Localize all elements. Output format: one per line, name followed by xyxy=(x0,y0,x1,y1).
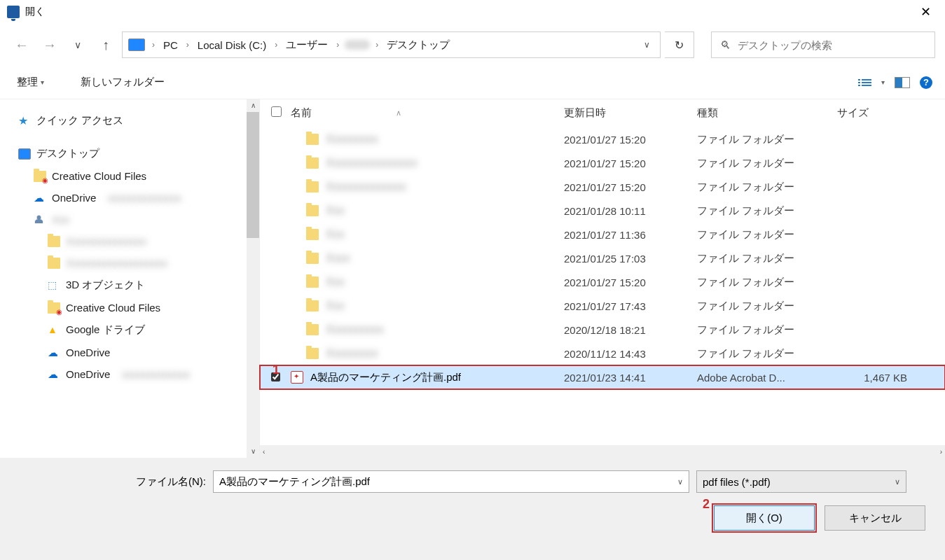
col-date[interactable]: 更新日時 xyxy=(564,106,697,120)
tree-onedrive-2[interactable]: ☁OneDrive xyxy=(0,342,259,363)
cancel-button[interactable]: キャンセル xyxy=(825,505,925,531)
close-icon[interactable]: ✕ xyxy=(913,1,938,22)
tree-desktop[interactable]: デスクトップ xyxy=(0,142,259,165)
file-row[interactable]: Xxxxxxxxxxxxxx2021/01/27 15:20ファイル フォルダー xyxy=(260,175,945,199)
recent-dropdown[interactable]: ∨ xyxy=(66,33,90,57)
file-row[interactable]: Xxxxxxxxx2020/11/12 14:43ファイル フォルダー xyxy=(260,342,945,365)
col-size[interactable]: サイズ xyxy=(837,106,907,120)
organize-menu[interactable]: 整理▾ xyxy=(13,73,48,92)
annotation-1: 1 xyxy=(273,363,280,377)
h-scrollbar[interactable]: ‹› xyxy=(260,445,945,458)
address-bar[interactable]: › PC › Local Disk (C:) › ユーザー › › デスクトップ… xyxy=(122,31,661,58)
nav-scrollbar[interactable]: ∧∨ xyxy=(247,99,259,458)
crumb-users[interactable]: ユーザー xyxy=(283,37,331,53)
pc-icon xyxy=(128,38,145,51)
tree-3d-objects[interactable]: ⬚3D オブジェクト xyxy=(0,274,259,297)
main-area: ★クイック アクセス デスクトップ Creative Cloud Files ☁… xyxy=(0,99,945,458)
file-row-selected[interactable]: A製品のマーケティング計画.pdf 2021/01/23 14:41 Adobe… xyxy=(260,365,945,389)
file-row[interactable]: Xxxxxxxxx2021/01/27 15:20ファイル フォルダー xyxy=(260,127,945,151)
tree-gdrive[interactable]: ▲Google ドライブ xyxy=(0,318,259,342)
tree-cc-files-2[interactable]: Creative Cloud Files xyxy=(0,297,259,318)
search-box[interactable]: 🔍︎ xyxy=(711,31,935,58)
navigation-pane: ★クイック アクセス デスクトップ Creative Cloud Files ☁… xyxy=(0,99,259,458)
filename-label: ファイル名(N): xyxy=(136,475,206,489)
file-row[interactable]: Xxx2021/01/27 11:36ファイル フォルダー xyxy=(260,223,945,246)
view-menu[interactable] xyxy=(858,79,871,86)
dialog-title: 開く xyxy=(25,6,45,18)
address-dropdown-icon[interactable]: ∨ xyxy=(640,40,654,50)
tree-user[interactable]: 👤︎Xxx xyxy=(0,209,259,230)
crumb-c[interactable]: Local Disk (C:) xyxy=(195,38,269,52)
crumb-user[interactable] xyxy=(345,40,370,50)
back-button[interactable]: ← xyxy=(10,33,34,57)
filetype-select[interactable]: pdf files (*.pdf)∨ xyxy=(696,470,906,493)
footer: ファイル名(N): A製品のマーケティング計画.pdf∨ pdf files (… xyxy=(0,458,945,560)
tree-folder[interactable]: Xxxxxxxxxxxxxxxxxxx xyxy=(0,252,259,274)
column-headers: 名前∧ 更新日時 種類 サイズ xyxy=(260,99,945,127)
help-icon[interactable]: ? xyxy=(920,76,932,89)
toolbar: 整理▾ 新しいフォルダー ▾ ? xyxy=(0,66,945,99)
crumb-desktop[interactable]: デスクトップ xyxy=(384,37,453,53)
file-row[interactable]: Xxxxxxxxxx2020/12/18 18:21ファイル フォルダー xyxy=(260,318,945,342)
file-row[interactable]: Xxx2021/01/28 10:11ファイル フォルダー xyxy=(260,199,945,223)
tree-onedrive-3[interactable]: ☁OneDrive xxxxxxxxxxxxx xyxy=(0,363,259,385)
open-button[interactable]: 開く(O) xyxy=(714,505,815,531)
view-dropdown-icon[interactable]: ▾ xyxy=(881,78,885,86)
select-all-checkbox[interactable] xyxy=(271,106,282,117)
title-bar: 開く ✕ xyxy=(0,0,945,24)
refresh-button[interactable]: ↻ xyxy=(665,31,694,58)
annotation-2: 2 xyxy=(703,497,710,512)
new-folder-button[interactable]: 新しいフォルダー xyxy=(76,73,169,92)
file-list-pane: 名前∧ 更新日時 種類 サイズ Xxxxxxxxx2021/01/27 15:2… xyxy=(259,99,945,458)
forward-button[interactable]: → xyxy=(38,33,62,57)
tree-onedrive[interactable]: ☁OneDrive xxxxxxxxxxxxxx xyxy=(0,187,259,209)
app-icon xyxy=(7,6,20,18)
file-row[interactable]: Xxxx2021/01/25 17:03ファイル フォルダー xyxy=(260,246,945,270)
up-button[interactable]: ↑ xyxy=(94,33,118,57)
tree-folder[interactable]: Xxxxxxxxxxxxxxx xyxy=(0,230,259,252)
col-type[interactable]: 種類 xyxy=(697,106,837,120)
crumb-pc[interactable]: PC xyxy=(160,38,181,52)
file-row[interactable]: Xxx2021/01/27 15:20ファイル フォルダー xyxy=(260,270,945,294)
navigation-row: ← → ∨ ↑ › PC › Local Disk (C:) › ユーザー › … xyxy=(0,24,945,66)
tree-cc-files[interactable]: Creative Cloud Files xyxy=(0,165,259,187)
file-row[interactable]: Xxxxxxxxxxxxxxxx2021/01/27 15:20ファイル フォル… xyxy=(260,151,945,175)
tree-quick-access[interactable]: ★クイック アクセス xyxy=(0,109,259,132)
file-row[interactable]: Xxx2021/01/27 17:43ファイル フォルダー xyxy=(260,294,945,318)
search-icon: 🔍︎ xyxy=(720,39,731,51)
col-name[interactable]: 名前∧ xyxy=(291,106,564,120)
filename-input[interactable]: A製品のマーケティング計画.pdf∨ xyxy=(213,470,689,493)
preview-pane-button[interactable] xyxy=(895,77,910,88)
search-input[interactable] xyxy=(738,39,926,51)
pdf-icon xyxy=(291,371,303,384)
